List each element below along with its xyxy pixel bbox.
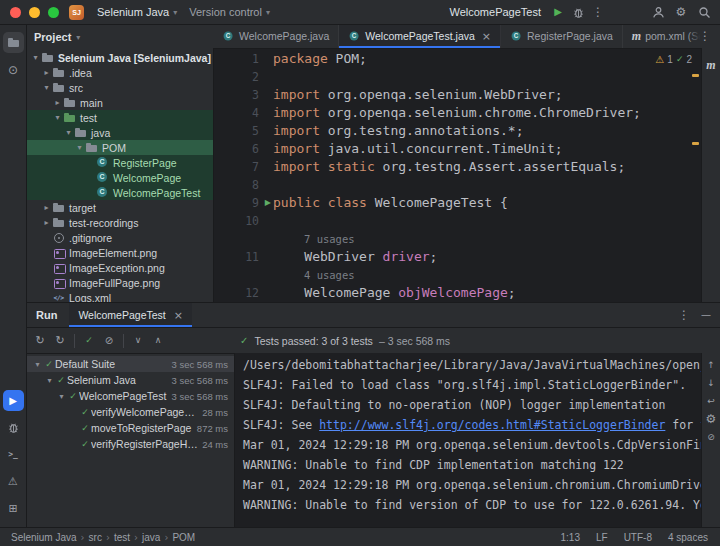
test-node[interactable]: ✓moveToRegisterPage872 ms [26, 420, 234, 436]
tree-item[interactable]: WelcomePage [26, 170, 213, 185]
chevron-down-icon[interactable]: ▾ [52, 113, 63, 122]
chevron-right-icon[interactable]: ▸ [41, 68, 52, 77]
tool-services-button[interactable]: ⊞ [3, 498, 24, 519]
tool-maven-button[interactable]: m [701, 55, 720, 75]
editor-tab[interactable]: WelcomePageTest.java× [339, 24, 501, 48]
run-configuration[interactable]: WelcomePageTest [449, 6, 541, 18]
more-button[interactable]: ⋮ [674, 305, 694, 325]
usages-inlay[interactable]: 4 usages [304, 266, 355, 284]
breadcrumb-item[interactable]: POM [172, 532, 195, 543]
tree-item[interactable]: ImageElement.png [26, 245, 213, 260]
close-icon[interactable]: × [482, 30, 491, 43]
rerun-failed-button[interactable]: ↻ [50, 331, 70, 351]
vcs-menu[interactable]: Version control ▾ [183, 2, 276, 22]
tool-project-button[interactable] [3, 32, 24, 53]
chevron-right-icon[interactable]: ▸ [41, 203, 52, 212]
breadcrumb-item[interactable]: src [89, 532, 102, 543]
tree-item[interactable]: ▸.idea [26, 65, 213, 80]
chevron-down-icon[interactable]: ▾ [56, 392, 67, 401]
chevron-down-icon[interactable]: ▾ [63, 128, 74, 137]
inspections-widget[interactable]: ⚠ 1 ✓ 2 [655, 54, 692, 65]
usages-inlay[interactable]: 7 usages [304, 230, 355, 248]
breadcrumb-item[interactable]: test [114, 532, 130, 543]
tree-item[interactable]: WelcomePageTest [26, 185, 213, 200]
window-close-button[interactable] [10, 7, 21, 18]
settings-button[interactable]: ⚙ [704, 412, 718, 426]
console-line: SLF4J: Defaulting to no-operation (NOP) … [243, 395, 701, 415]
tree-item[interactable]: ImageFullPage.png [26, 275, 213, 290]
run-panel-title[interactable]: Run [36, 309, 57, 321]
chevron-down-icon[interactable]: ▾ [44, 376, 55, 385]
test-node[interactable]: ✓verifyWelcomePageHeading28 ms [26, 404, 234, 420]
chevron-right-icon[interactable]: ▸ [41, 218, 52, 227]
window-minimize-button[interactable] [29, 7, 40, 18]
scrollbar-warning-mark[interactable] [692, 142, 699, 145]
console-link[interactable]: http://www.slf4j.org/codes.html#StaticLo… [319, 418, 665, 432]
tree-item[interactable]: Logs.xml [26, 290, 213, 302]
run-class-icon[interactable]: ▶ [265, 194, 271, 212]
run-tab[interactable]: WelcomePageTest × [69, 303, 192, 327]
tree-item[interactable]: ▾test [26, 110, 213, 125]
test-node[interactable]: ▾✓WelcomePageTest3 sec 568 ms [26, 388, 234, 404]
scrollbar-warning-mark[interactable] [692, 74, 699, 77]
tree-item[interactable]: ▾Selenium Java [SeleniumJava]~/IdeaProj [26, 50, 213, 65]
chevron-right-icon[interactable]: ▸ [52, 98, 63, 107]
tool-terminal-button[interactable]: >_ [3, 444, 24, 465]
breadcrumb: Selenium Java›src›test›java›POM [10, 532, 196, 543]
project-menu[interactable]: Selenium Java ▾ [91, 2, 183, 22]
scroll-bottom-button[interactable]: ↓ [704, 376, 718, 390]
run-console[interactable]: /Users/debomitabhattacharjee/Library/Jav… [235, 353, 701, 528]
more-button[interactable]: ⋮ [695, 26, 715, 46]
test-node[interactable]: ▾✓Selenium Java3 sec 568 ms [26, 372, 234, 388]
line-number: 7 [213, 158, 273, 176]
more-button[interactable]: ⋮ [588, 2, 608, 22]
tool-problems-button[interactable]: ⚠ [3, 471, 24, 492]
scroll-top-button[interactable]: ↑ [704, 358, 718, 372]
expand-all-button[interactable]: ∨ [128, 331, 148, 351]
code-editor[interactable]: ⚠ 1 ✓ 2 1package POM;23import org.openqa… [213, 48, 702, 302]
chevron-down-icon[interactable]: ▾ [74, 143, 85, 152]
test-node[interactable]: ✓verifyRegisterPageHeading24 ms [26, 436, 234, 452]
tool-debug-button[interactable] [3, 417, 24, 438]
editor-tab[interactable]: WelcomePage.java [213, 24, 339, 48]
search-button[interactable] [694, 2, 714, 22]
settings-button[interactable]: ⚙ [671, 2, 691, 22]
project-panel-header[interactable]: Project ▾ [26, 24, 213, 50]
soft-wrap-button[interactable]: ↩ [704, 394, 718, 408]
tree-item[interactable]: ▸test-recordings [26, 215, 213, 230]
show-ignored-button[interactable]: ⊘ [99, 331, 119, 351]
chevron-down-icon[interactable]: ▾ [41, 83, 52, 92]
collapse-all-button[interactable]: ∧ [148, 331, 168, 351]
status-indent[interactable]: 4 spaces [668, 532, 708, 543]
close-icon[interactable]: × [174, 309, 183, 322]
status-line-separator[interactable]: LF [596, 532, 608, 543]
collaborate-button[interactable] [648, 2, 668, 22]
clear-button[interactable]: ⊘ [704, 430, 718, 444]
tree-item[interactable]: ▸main [26, 95, 213, 110]
tree-item[interactable]: ▾src [26, 80, 213, 95]
tool-run-button[interactable]: ▶ [3, 390, 24, 411]
chevron-down-icon[interactable]: ▾ [30, 53, 41, 62]
editor-tab[interactable]: RegisterPage.java [501, 24, 623, 48]
tree-item[interactable]: RegisterPage [26, 155, 213, 170]
play-button[interactable]: ▶ [548, 2, 568, 22]
test-node[interactable]: ▾✓Default Suite3 sec 568 ms [26, 356, 234, 372]
tool-commit-button[interactable]: ⊙ [3, 59, 24, 80]
tree-item[interactable]: ▾POM [26, 140, 213, 155]
hide-button[interactable]: — [696, 305, 716, 325]
tree-item[interactable]: ▸target [26, 200, 213, 215]
breadcrumb-item[interactable]: java [142, 532, 160, 543]
breadcrumb-item[interactable]: Selenium Java [11, 532, 77, 543]
status-encoding[interactable]: UTF-8 [624, 532, 652, 543]
tree-item-label: WelcomePageTest [113, 187, 200, 199]
rerun-button[interactable]: ↻ [30, 331, 50, 351]
chevron-down-icon[interactable]: ▾ [32, 360, 43, 369]
gitignore-icon [52, 231, 65, 244]
debug-button[interactable] [568, 2, 588, 22]
tree-item[interactable]: .gitignore [26, 230, 213, 245]
show-passed-button[interactable]: ✓ [79, 331, 99, 351]
tree-item[interactable]: ▾java [26, 125, 213, 140]
window-zoom-button[interactable] [48, 7, 59, 18]
tree-item[interactable]: ImageException.png [26, 260, 213, 275]
status-caret-position[interactable]: 1:13 [560, 532, 579, 543]
